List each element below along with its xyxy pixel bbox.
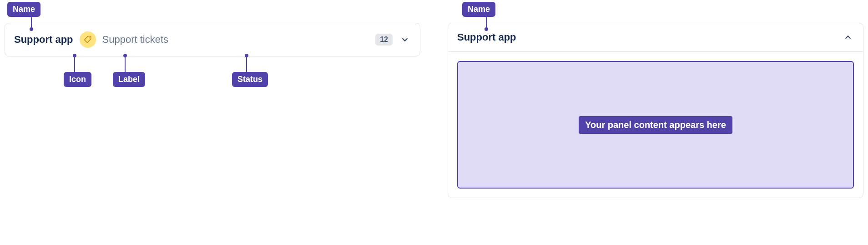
panel-body: Your panel content appears here: [448, 52, 863, 198]
callout-icon: Icon: [64, 72, 91, 87]
content-area: Your panel content appears here: [457, 61, 854, 189]
panel-name: Support app: [14, 34, 73, 46]
callout-dot: [123, 54, 127, 57]
callout-dot: [245, 54, 248, 57]
expanded-panel: Support app Your panel content appears h…: [448, 23, 863, 198]
panel-label: Support tickets: [102, 34, 369, 46]
status-badge: 12: [375, 34, 393, 46]
callout-line: [246, 56, 247, 72]
panel-header[interactable]: Support app: [448, 23, 863, 52]
panel-name: Support app: [457, 31, 516, 43]
callout-dot: [30, 27, 33, 31]
callout-dot: [73, 54, 76, 57]
content-placeholder: Your panel content appears here: [579, 116, 732, 134]
callout-name-right: Name: [462, 2, 495, 17]
chevron-up-icon[interactable]: [842, 31, 854, 43]
chevron-down-icon[interactable]: [399, 34, 411, 46]
callout-name-left: Name: [7, 2, 40, 17]
panel-header[interactable]: Support app Support tickets 12: [5, 23, 420, 56]
callout-label: Label: [113, 72, 145, 87]
svg-point-0: [89, 37, 90, 38]
callout-status: Status: [232, 72, 268, 87]
right-diagram: Name Support app Your panel content appe…: [448, 5, 863, 198]
tag-icon: [80, 31, 96, 48]
callout-line: [125, 56, 126, 72]
collapsed-panel: Support app Support tickets 12: [5, 23, 420, 56]
callout-dot: [484, 27, 488, 31]
left-diagram: Name Support app Support tickets 12 Icon…: [5, 5, 420, 198]
callout-line: [74, 56, 75, 72]
